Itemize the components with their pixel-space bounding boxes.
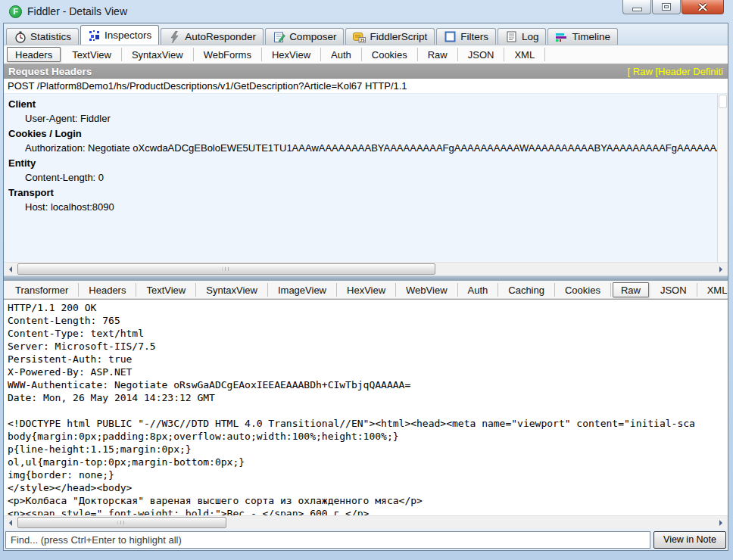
request-tab-textview[interactable]: TextView (62, 48, 122, 61)
tab-inspectors[interactable]: Inspectors (80, 25, 159, 45)
inspect-pixels-icon (88, 30, 101, 42)
request-tab-webforms[interactable]: WebForms (194, 48, 262, 61)
scrollbar-thumb[interactable] (17, 517, 226, 528)
response-tab-textview[interactable]: TextView (136, 283, 196, 297)
request-tab-cookies[interactable]: Cookies (362, 48, 418, 61)
log-icon (505, 31, 518, 43)
header-item[interactable]: User-Agent: Fiddler (4, 111, 717, 126)
response-tab-json[interactable]: JSON (650, 283, 697, 297)
response-raw-text[interactable]: HTTP/1.1 200 OK Content-Length: 765 Cont… (4, 299, 728, 515)
maximize-icon (663, 4, 670, 10)
minimize-icon (633, 8, 641, 11)
tab-fiddlerscript[interactable]: JSFiddlerScript (345, 28, 435, 45)
header-section-name[interactable]: Entity (4, 155, 717, 170)
scroll-left-icon (9, 520, 12, 526)
request-horizontal-scrollbar[interactable] (4, 262, 728, 275)
close-button[interactable] (682, 0, 724, 14)
minimize-button[interactable] (622, 0, 651, 14)
header-item[interactable]: Host: localhost:8090 (4, 200, 717, 214)
request-tab-auth[interactable]: Auth (321, 48, 362, 61)
tab-label: AutoResponder (185, 31, 256, 42)
tab-label: Log (522, 31, 539, 42)
request-headers-tree: ClientUser-Agent: FiddlerCookies / Login… (4, 94, 717, 262)
scroll-left-button[interactable] (4, 263, 17, 275)
response-tab-headers[interactable]: Headers (79, 283, 136, 297)
tab-statistics[interactable]: Statistics (6, 28, 79, 45)
scroll-right-icon (719, 266, 722, 272)
tab-log[interactable]: Log (498, 28, 547, 45)
scroll-right-button[interactable] (714, 516, 728, 529)
window-controls (622, 0, 724, 14)
response-tab-cookies[interactable]: Cookies (555, 283, 611, 297)
header-item[interactable]: Authorization: Negotiate oXcwdaADCgEBolo… (4, 141, 717, 155)
request-inspector-tabs: HeadersTextViewSyntaxViewWebFormsHexView… (4, 45, 728, 64)
tab-filters[interactable]: Filters (436, 28, 496, 45)
main-tab-bar: StatisticsInspectorsAutoResponderCompose… (4, 23, 728, 45)
maximize-button[interactable] (652, 0, 681, 14)
fiddler-window: F Fiddler - Details View StatisticsInspe… (0, 0, 733, 560)
tab-label: Composer (289, 31, 336, 42)
scroll-right-button[interactable] (714, 263, 728, 275)
tab-label: Timeline (572, 31, 610, 42)
raw-header-definitions-links[interactable]: [ Raw [Header Definiti (628, 66, 723, 77)
tab-timeline[interactable]: Timeline (547, 28, 618, 45)
scrollbar-track[interactable] (17, 516, 714, 529)
close-icon (697, 3, 708, 11)
response-tab-caching[interactable]: Caching (498, 283, 555, 297)
header-section-name[interactable]: Transport (4, 185, 717, 200)
request-headers-titlebar: Request Headers [ Raw [Header Definiti (4, 64, 728, 79)
fiddler-logo-icon: F (9, 5, 22, 18)
scroll-left-button[interactable] (4, 516, 17, 529)
tab-label: Inspectors (104, 30, 151, 41)
request-tab-xml[interactable]: XML (504, 48, 545, 61)
panel-splitter[interactable] (4, 275, 728, 281)
request-vertical-scrollbar[interactable] (717, 94, 728, 262)
window-title: Fiddler - Details View (27, 5, 127, 17)
find-input[interactable] (5, 531, 650, 549)
client-area: StatisticsInspectorsAutoResponderCompose… (3, 23, 728, 551)
timeline-icon (555, 31, 568, 43)
view-in-notepad-button[interactable]: View in Note (653, 531, 726, 549)
response-tab-auth[interactable]: Auth (458, 283, 499, 297)
title-bar[interactable]: F Fiddler - Details View (3, 0, 728, 23)
response-inspector-tabs: TransformerHeadersTextViewSyntaxViewImag… (4, 281, 728, 299)
response-horizontal-scrollbar[interactable] (4, 515, 728, 529)
stopwatch-icon (14, 31, 27, 43)
request-headers-tree-wrap: ClientUser-Agent: FiddlerCookies / Login… (4, 94, 728, 262)
scrollbar-track[interactable] (17, 263, 714, 275)
scroll-left-icon (9, 266, 12, 272)
request-tab-hexview[interactable]: HexView (262, 48, 321, 61)
request-headers-title: Request Headers (8, 66, 628, 77)
response-tab-imageview[interactable]: ImageView (268, 283, 337, 297)
tab-autoresponder[interactable]: AutoResponder (161, 28, 264, 45)
script-icon: JS (353, 31, 366, 43)
response-tab-syntaxview[interactable]: SyntaxView (196, 283, 268, 297)
tab-label: FiddlerScript (370, 31, 427, 42)
response-tab-webview[interactable]: WebView (396, 283, 457, 297)
header-item[interactable]: Content-Length: 0 (4, 170, 717, 185)
response-tab-raw[interactable]: Raw (613, 282, 649, 297)
scrollbar-thumb[interactable] (17, 263, 435, 275)
scroll-right-icon (719, 520, 722, 526)
request-tab-syntaxview[interactable]: SyntaxView (122, 48, 194, 61)
response-tab-xml[interactable]: XML (697, 283, 728, 297)
response-tab-hexview[interactable]: HexView (337, 283, 396, 297)
response-tab-transformer[interactable]: Transformer (5, 283, 79, 297)
find-bar: View in Note (4, 529, 728, 550)
tab-label: Filters (460, 31, 488, 42)
tab-composer[interactable]: Composer (265, 28, 344, 45)
request-line[interactable]: POST /Platform8Demo1/hs/ProductDescripti… (4, 79, 728, 94)
request-tab-json[interactable]: JSON (458, 48, 505, 61)
lightning-icon (168, 31, 181, 43)
svg-text:JS: JS (360, 37, 365, 42)
compose-icon (273, 31, 285, 43)
request-tab-raw[interactable]: Raw (418, 48, 458, 61)
scroll-up-button[interactable] (719, 95, 727, 108)
request-tab-headers[interactable]: Headers (7, 47, 61, 62)
checkbox-icon (444, 31, 457, 43)
header-section-name[interactable]: Cookies / Login (4, 126, 717, 141)
tab-label: Statistics (30, 31, 71, 42)
header-section-name[interactable]: Client (4, 96, 717, 111)
